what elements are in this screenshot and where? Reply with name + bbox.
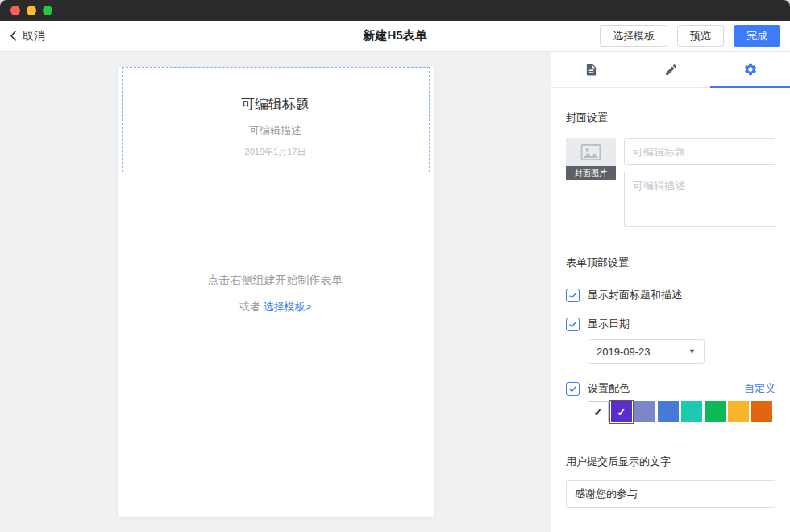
color-swatch[interactable] [658, 401, 679, 422]
cover-section-title: 封面设置 [566, 110, 775, 125]
color-swatch[interactable] [751, 401, 772, 422]
color-swatches: ✓✓ [588, 401, 775, 422]
color-swatch[interactable] [728, 401, 749, 422]
show-date-label: 显示日期 [588, 317, 630, 331]
show-cover-row: 显示封面标题和描述 [566, 288, 775, 302]
color-scheme-label: 设置配色 [588, 381, 630, 396]
check-icon [568, 384, 577, 393]
date-select[interactable]: 2019-09-23 ▼ [588, 339, 705, 364]
cover-title-input[interactable] [624, 138, 775, 165]
form-canvas: 可编辑标题 可编辑描述 2019年1月17日 点击右侧组建开始制作表单 或者 选… [0, 52, 551, 532]
preview-button[interactable]: 预览 [677, 25, 724, 47]
color-swatch[interactable] [634, 401, 655, 422]
cover-image-label: 封面图片 [566, 166, 616, 180]
check-icon [568, 291, 577, 300]
select-template-button[interactable]: 选择模板 [600, 25, 667, 47]
pencil-icon [664, 63, 678, 77]
date-select-value: 2019-09-23 [597, 346, 651, 358]
minimize-button[interactable] [27, 6, 36, 15]
close-button[interactable] [10, 6, 20, 15]
or-text: 或者 [239, 301, 264, 313]
gear-icon [743, 62, 758, 77]
panel-tabs [551, 52, 790, 88]
header: 取消 新建H5表单 选择模板 预览 完成 [0, 21, 790, 52]
settings-panel: 封面设置 封面图片 表 [551, 52, 790, 532]
cancel-button[interactable]: 取消 [10, 29, 45, 44]
cover-description: 可编辑描述 [249, 123, 301, 138]
check-icon: ✓ [594, 406, 603, 418]
app-window: 取消 新建H5表单 选择模板 预览 完成 可编辑标题 可编辑描述 2019年1月… [0, 0, 790, 532]
color-swatch[interactable]: ✓ [588, 401, 609, 422]
image-icon [580, 143, 601, 161]
tab-settings[interactable] [710, 52, 790, 87]
cover-preview[interactable]: 可编辑标题 可编辑描述 2019年1月17日 [122, 67, 430, 172]
tab-edit[interactable] [631, 52, 711, 87]
show-cover-checkbox[interactable] [566, 289, 580, 302]
show-date-checkbox[interactable] [566, 318, 580, 331]
color-swatch[interactable] [705, 401, 726, 422]
page-title: 新建H5表单 [363, 28, 426, 44]
panel-body: 封面设置 封面图片 表 [551, 88, 790, 532]
titlebar [0, 0, 790, 21]
cover-date: 2019年1月17日 [245, 146, 306, 158]
color-swatch[interactable]: ✓ [611, 401, 632, 422]
tab-components[interactable] [551, 52, 631, 87]
zoom-button[interactable] [43, 6, 52, 15]
submit-text-input[interactable] [566, 480, 775, 508]
check-icon: ✓ [617, 406, 626, 418]
header-actions: 选择模板 预览 完成 [600, 25, 780, 47]
cancel-label: 取消 [23, 29, 45, 44]
select-template-link[interactable]: 选择模板> [264, 301, 312, 313]
caret-down-icon: ▼ [688, 347, 696, 355]
template-hint: 或者 选择模板> [118, 300, 434, 314]
color-scheme-row: 设置配色 自定义 [566, 381, 775, 396]
show-cover-label: 显示封面标题和描述 [588, 288, 682, 302]
customize-link[interactable]: 自定义 [744, 381, 775, 396]
cover-fields [624, 138, 775, 227]
cover-image-uploader[interactable]: 封面图片 [566, 138, 616, 180]
chevron-left-icon [10, 30, 17, 42]
color-swatch[interactable] [681, 401, 702, 422]
cover-title: 可编辑标题 [241, 95, 310, 114]
cover-description-input[interactable] [624, 172, 775, 227]
color-scheme-checkbox[interactable] [566, 382, 580, 396]
cover-settings-row: 封面图片 [566, 138, 775, 227]
submit-section-title: 用户提交后显示的文字 [566, 455, 775, 469]
empty-hint: 点击右侧组建开始制作表单 [118, 273, 434, 288]
done-button[interactable]: 完成 [734, 25, 780, 47]
document-icon [584, 63, 598, 77]
check-icon [568, 320, 577, 329]
top-section-title: 表单顶部设置 [566, 256, 775, 270]
show-date-row: 显示日期 [566, 317, 775, 331]
main-area: 可编辑标题 可编辑描述 2019年1月17日 点击右侧组建开始制作表单 或者 选… [0, 52, 790, 532]
form-preview-card: 可编辑标题 可编辑描述 2019年1月17日 点击右侧组建开始制作表单 或者 选… [118, 67, 434, 517]
